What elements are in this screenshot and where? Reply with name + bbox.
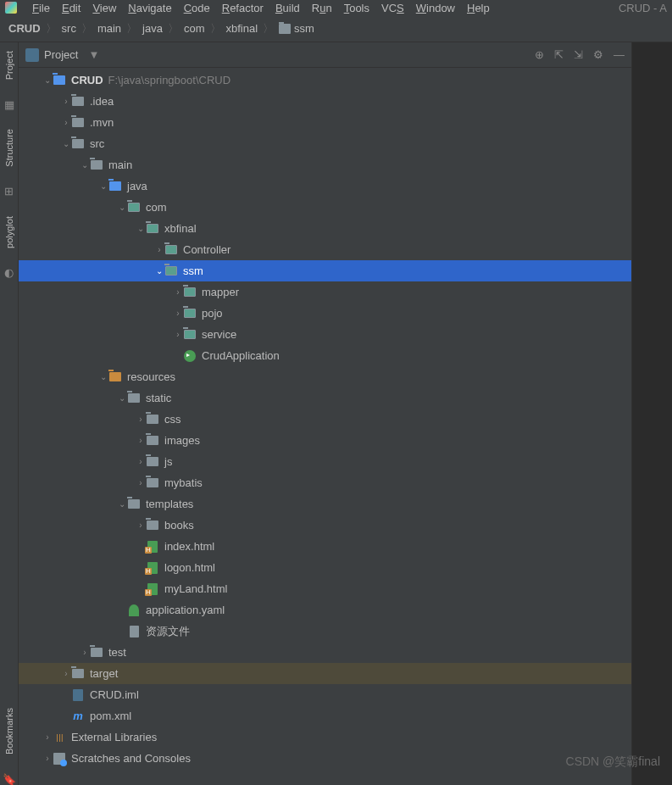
tab-polyglot[interactable]: polyglot	[4, 213, 14, 252]
tree-row[interactable]: ⌄xbfinal	[19, 218, 631, 239]
tree-row[interactable]: 资源文件	[19, 621, 631, 642]
breadcrumb-item[interactable]: com	[184, 22, 205, 35]
chevron-down-icon[interactable]: ⌄	[117, 393, 127, 403]
tree-row[interactable]: ›mybatis	[19, 472, 631, 493]
tree-row[interactable]: myLand.html	[19, 578, 631, 599]
tree-row[interactable]: ›mapper	[19, 281, 631, 303]
tree-row[interactable]: ⌄main	[19, 154, 631, 175]
chevron-down-icon[interactable]: ⌄	[98, 181, 108, 191]
tree-label: 资源文件	[146, 624, 190, 639]
tree-label: Scratches and Consoles	[71, 752, 191, 765]
menu-file[interactable]: File	[32, 2, 50, 14]
chevron-right-icon[interactable]: ›	[136, 415, 146, 424]
tree-row[interactable]: mpom.xml	[19, 705, 631, 727]
project-view-selector[interactable]: Project ▼	[25, 48, 99, 62]
tree-row[interactable]: ⌄CRUDF:\java\springboot\CRUD	[19, 70, 631, 91]
folder-icon	[108, 371, 122, 383]
chevron-right-icon[interactable]: ›	[173, 330, 183, 339]
tree-row[interactable]: ›test	[19, 642, 631, 663]
project-tree[interactable]: ⌄CRUDF:\java\springboot\CRUD›.idea›.mvn⌄…	[19, 68, 631, 785]
chevron-right-icon[interactable]: ›	[136, 478, 146, 487]
tree-row[interactable]: ›service	[19, 324, 631, 345]
menu-view[interactable]: View	[92, 2, 116, 14]
tree-label: js	[164, 455, 172, 468]
breadcrumb-item[interactable]: src	[62, 22, 76, 35]
tree-row[interactable]: ›images	[19, 430, 631, 451]
chevron-right-icon[interactable]: ›	[42, 732, 53, 742]
chevron-down-icon[interactable]: ⌄	[117, 499, 127, 509]
breadcrumb-item[interactable]: CRUD	[8, 22, 41, 35]
html-file-icon	[146, 541, 159, 553]
gear-icon[interactable]: ⚙	[593, 48, 603, 61]
breadcrumb-item[interactable]: java	[142, 22, 163, 35]
menu-help[interactable]: Help	[467, 2, 490, 14]
chevron-down-icon[interactable]: ⌄	[80, 160, 90, 170]
tree-row[interactable]: CRUD.iml	[19, 684, 631, 705]
chevron-right-icon[interactable]: ›	[154, 245, 164, 254]
expand-all-icon[interactable]: ⇱	[554, 48, 564, 61]
chevron-right-icon[interactable]: ›	[136, 436, 146, 445]
tree-row[interactable]: logon.html	[19, 557, 631, 578]
tab-bookmarks[interactable]: Bookmarks	[4, 704, 14, 758]
chevron-right-icon: 〉	[126, 21, 137, 36]
locate-icon[interactable]: ⊕	[535, 48, 544, 61]
tree-row[interactable]: ⌄templates	[19, 493, 631, 515]
tree-row[interactable]: ⌄static	[19, 387, 631, 409]
breadcrumb-item[interactable]: xbfinal	[226, 22, 258, 35]
folder-icon	[279, 24, 291, 34]
chevron-right-icon[interactable]: ›	[80, 648, 90, 657]
chevron-right-icon[interactable]: ›	[61, 669, 71, 678]
tree-row[interactable]: ⌄src	[19, 133, 631, 154]
menu-edit[interactable]: Edit	[62, 2, 81, 14]
menu-refactor[interactable]: Refactor	[222, 2, 264, 14]
chevron-right-icon[interactable]: ›	[136, 521, 146, 530]
chevron-down-icon[interactable]: ⌄	[154, 266, 164, 276]
breadcrumb-item[interactable]: ssm	[294, 22, 314, 35]
chevron-down-icon[interactable]: ⌄	[136, 224, 146, 233]
chevron-right-icon[interactable]: ›	[173, 287, 183, 297]
menu-navigate[interactable]: Navigate	[128, 2, 171, 14]
chevron-down-icon[interactable]: ⌄	[117, 203, 127, 212]
tree-label: myLand.html	[164, 582, 227, 595]
tree-row[interactable]: ›books	[19, 515, 631, 536]
chevron-right-icon[interactable]: ›	[136, 457, 146, 466]
menu-build[interactable]: Build	[275, 2, 300, 14]
iml-file-icon	[71, 689, 85, 701]
tree-row[interactable]: ›target	[19, 663, 631, 684]
chevron-right-icon[interactable]: ›	[61, 97, 71, 106]
menu-tools[interactable]: Tools	[344, 2, 369, 14]
tree-row[interactable]: ›Controller	[19, 239, 631, 260]
breadcrumb-item[interactable]: main	[97, 22, 121, 35]
chevron-down-icon[interactable]: ⌄	[98, 372, 108, 381]
tree-row[interactable]: ⌄java	[19, 175, 631, 197]
tree-row[interactable]: ⌄com	[19, 197, 631, 218]
tree-row[interactable]: ›css	[19, 409, 631, 430]
tree-row[interactable]: ⌄ssm	[19, 260, 631, 281]
minimize-icon[interactable]: —	[614, 48, 625, 61]
tree-row[interactable]: ⌄resources	[19, 366, 631, 387]
tree-row[interactable]: ›Scratches and Consoles	[19, 748, 631, 769]
collapse-all-icon[interactable]: ⇲	[574, 48, 583, 61]
tree-row[interactable]: ›.idea	[19, 91, 631, 112]
tab-structure[interactable]: Structure	[4, 125, 14, 170]
tree-row[interactable]: ›.mvn	[19, 112, 631, 133]
tab-project[interactable]: Project	[4, 47, 14, 83]
chevron-right-icon[interactable]: ›	[42, 754, 53, 763]
menu-code[interactable]: Code	[184, 2, 210, 14]
tree-label: mapper	[202, 286, 239, 298]
folder-icon	[146, 456, 159, 468]
tree-row[interactable]: ›js	[19, 451, 631, 472]
chevron-right-icon[interactable]: ›	[173, 309, 183, 318]
chevron-down-icon[interactable]: ⌄	[42, 75, 53, 85]
menu-run[interactable]: Run	[312, 2, 332, 14]
tree-row[interactable]: index.html	[19, 536, 631, 557]
tree-row[interactable]: application.yaml	[19, 599, 631, 621]
tree-row[interactable]: CrudApplication	[19, 345, 631, 366]
chevron-down-icon[interactable]: ⌄	[61, 139, 71, 148]
tree-row[interactable]: ›⫼External Libraries	[19, 727, 631, 748]
menu-window[interactable]: Window	[416, 2, 455, 14]
menu-vcs[interactable]: VCS	[381, 2, 404, 14]
chevron-right-icon[interactable]: ›	[61, 118, 71, 127]
tree-label: mybatis	[164, 476, 203, 489]
tree-row[interactable]: ›pojo	[19, 303, 631, 324]
